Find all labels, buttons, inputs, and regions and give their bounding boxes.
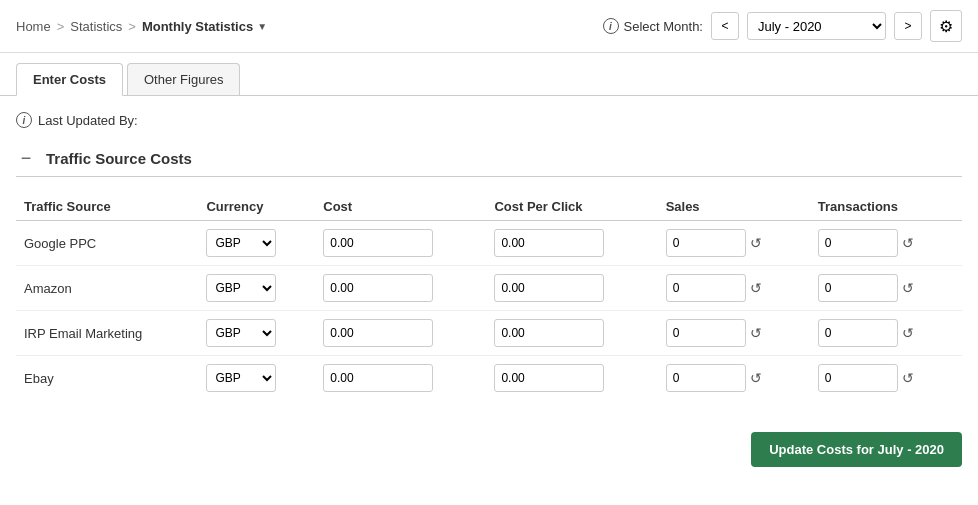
breadcrumb-statistics[interactable]: Statistics <box>70 19 122 34</box>
cost-input-3[interactable] <box>323 364 433 392</box>
cell-traffic-source: Amazon <box>16 266 198 311</box>
section-title: Traffic Source Costs <box>46 150 192 167</box>
cell-transactions: ↺ <box>810 221 962 266</box>
transactions-input-0[interactable] <box>818 229 898 257</box>
last-updated-label: Last Updated By: <box>38 113 138 128</box>
cpc-input-3[interactable] <box>494 364 604 392</box>
cost-input-0[interactable] <box>323 229 433 257</box>
cell-cost <box>315 356 486 401</box>
section-header: − Traffic Source Costs <box>16 148 962 177</box>
transactions-refresh-button-3[interactable]: ↺ <box>902 370 914 386</box>
month-select[interactable]: July - 2020 January - 2020 February - 20… <box>747 12 886 40</box>
cost-input-1[interactable] <box>323 274 433 302</box>
update-costs-button[interactable]: Update Costs for July - 2020 <box>751 432 962 467</box>
settings-button[interactable]: ⚙ <box>930 10 962 42</box>
cell-traffic-source: Ebay <box>16 356 198 401</box>
col-cost: Cost <box>315 193 486 221</box>
gear-icon: ⚙ <box>939 17 953 36</box>
col-sales: Sales <box>658 193 810 221</box>
cpc-input-1[interactable] <box>494 274 604 302</box>
last-updated-bar: i Last Updated By: <box>16 112 962 128</box>
tabs-bar: Enter Costs Other Figures <box>0 53 978 96</box>
col-transactions: Transactions <box>810 193 962 221</box>
cell-sales: ↺ <box>658 311 810 356</box>
cell-cost <box>315 221 486 266</box>
breadcrumb-sep1: > <box>57 19 65 34</box>
cell-traffic-source: Google PPC <box>16 221 198 266</box>
table-row: AmazonGBPUSDEUR↺↺ <box>16 266 962 311</box>
cell-sales: ↺ <box>658 266 810 311</box>
cell-cost <box>315 311 486 356</box>
col-currency: Currency <box>198 193 315 221</box>
currency-select-0[interactable]: GBPUSDEUR <box>206 229 276 257</box>
transactions-refresh-button-2[interactable]: ↺ <box>902 325 914 341</box>
sales-input-0[interactable] <box>666 229 746 257</box>
table-row: IRP Email MarketingGBPUSDEUR↺↺ <box>16 311 962 356</box>
breadcrumb-sep2: > <box>128 19 136 34</box>
cell-cost-per-click <box>486 221 657 266</box>
page-header: Home > Statistics > Monthly Statistics ▼… <box>0 0 978 53</box>
cost-input-2[interactable] <box>323 319 433 347</box>
tab-enter-costs[interactable]: Enter Costs <box>16 63 123 96</box>
sales-refresh-button-3[interactable]: ↺ <box>750 370 762 386</box>
info-icon: i <box>603 18 619 34</box>
traffic-source-table: Traffic Source Currency Cost Cost Per Cl… <box>16 193 962 400</box>
cell-cost-per-click <box>486 266 657 311</box>
currency-select-2[interactable]: GBPUSDEUR <box>206 319 276 347</box>
cell-cost-per-click <box>486 311 657 356</box>
sales-refresh-button-0[interactable]: ↺ <box>750 235 762 251</box>
cell-transactions: ↺ <box>810 266 962 311</box>
cell-cost-per-click <box>486 356 657 401</box>
chevron-down-icon: ▼ <box>257 21 267 32</box>
cell-currency: GBPUSDEUR <box>198 311 315 356</box>
table-row: Google PPCGBPUSDEUR↺↺ <box>16 221 962 266</box>
cell-currency: GBPUSDEUR <box>198 266 315 311</box>
table-row: EbayGBPUSDEUR↺↺ <box>16 356 962 401</box>
transactions-input-3[interactable] <box>818 364 898 392</box>
collapse-section-button[interactable]: − <box>16 148 36 168</box>
transactions-input-2[interactable] <box>818 319 898 347</box>
prev-month-button[interactable]: < <box>711 12 739 40</box>
tab-other-figures[interactable]: Other Figures <box>127 63 240 95</box>
breadcrumb: Home > Statistics > Monthly Statistics ▼ <box>16 19 267 34</box>
cell-transactions: ↺ <box>810 311 962 356</box>
cell-sales: ↺ <box>658 356 810 401</box>
breadcrumb-home[interactable]: Home <box>16 19 51 34</box>
main-content: i Last Updated By: − Traffic Source Cost… <box>0 96 978 416</box>
currency-select-1[interactable]: GBPUSDEUR <box>206 274 276 302</box>
sales-refresh-button-2[interactable]: ↺ <box>750 325 762 341</box>
transactions-input-1[interactable] <box>818 274 898 302</box>
sales-input-1[interactable] <box>666 274 746 302</box>
cpc-input-0[interactable] <box>494 229 604 257</box>
transactions-refresh-button-0[interactable]: ↺ <box>902 235 914 251</box>
last-updated-info-icon: i <box>16 112 32 128</box>
transactions-refresh-button-1[interactable]: ↺ <box>902 280 914 296</box>
sales-refresh-button-1[interactable]: ↺ <box>750 280 762 296</box>
next-month-button[interactable]: > <box>894 12 922 40</box>
footer-bar: Update Costs for July - 2020 <box>0 416 978 483</box>
cell-currency: GBPUSDEUR <box>198 221 315 266</box>
breadcrumb-current: Monthly Statistics ▼ <box>142 19 267 34</box>
cell-traffic-source: IRP Email Marketing <box>16 311 198 356</box>
header-controls: i Select Month: < July - 2020 January - … <box>603 10 963 42</box>
cell-cost <box>315 266 486 311</box>
sales-input-2[interactable] <box>666 319 746 347</box>
sales-input-3[interactable] <box>666 364 746 392</box>
col-traffic-source: Traffic Source <box>16 193 198 221</box>
select-month-label: i Select Month: <box>603 18 704 34</box>
cell-transactions: ↺ <box>810 356 962 401</box>
cpc-input-2[interactable] <box>494 319 604 347</box>
col-cost-per-click: Cost Per Click <box>486 193 657 221</box>
cell-sales: ↺ <box>658 221 810 266</box>
currency-select-3[interactable]: GBPUSDEUR <box>206 364 276 392</box>
cell-currency: GBPUSDEUR <box>198 356 315 401</box>
